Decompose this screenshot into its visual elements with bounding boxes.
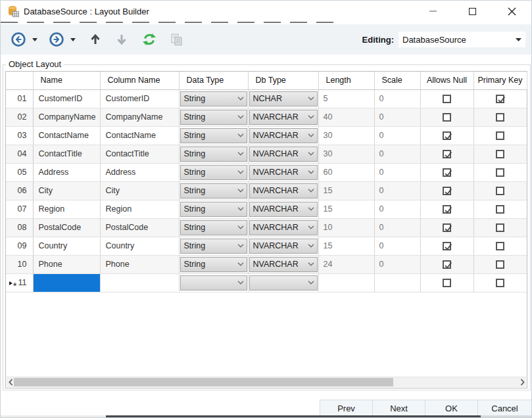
primary-key-checkbox[interactable] <box>496 223 504 232</box>
cell-name[interactable]: PostalCode <box>33 218 100 237</box>
cancel-button[interactable]: Cancel <box>477 400 532 417</box>
back-dropdown-button[interactable] <box>30 28 40 51</box>
back-button[interactable] <box>7 28 30 51</box>
primary-key-checkbox[interactable] <box>496 150 504 158</box>
forward-button[interactable] <box>45 28 68 51</box>
allows-null-checkbox-checked[interactable] <box>443 131 451 140</box>
db-type-dropdown[interactable]: NVARCHAR <box>249 202 318 217</box>
data-type-dropdown[interactable]: String <box>180 239 247 254</box>
column-header-db-type[interactable]: Db Type <box>248 72 318 89</box>
cell-column-name[interactable]: CompanyName <box>100 108 179 126</box>
scrollbar-thumb[interactable] <box>14 378 393 386</box>
allows-null-checkbox[interactable] <box>443 95 451 103</box>
row-header[interactable]: 02 <box>6 108 33 126</box>
cell-column-name[interactable]: ContactTitle <box>100 145 179 163</box>
cell-scale[interactable]: 0 <box>374 200 420 218</box>
prev-button[interactable]: Prev <box>320 400 373 417</box>
data-type-dropdown[interactable]: String <box>180 183 247 198</box>
primary-key-checkbox[interactable] <box>496 168 504 177</box>
row-header-corner[interactable] <box>6 72 33 89</box>
new-row-header[interactable]: *11 <box>6 273 33 292</box>
db-type-dropdown[interactable]: NVARCHAR <box>249 257 318 272</box>
cell-name[interactable]: City <box>33 181 100 200</box>
column-header-scale[interactable]: Scale <box>374 72 420 89</box>
cell-length[interactable]: 15 <box>318 181 374 200</box>
db-type-dropdown[interactable]: NVARCHAR <box>249 147 318 162</box>
primary-key-checkbox[interactable] <box>496 187 504 195</box>
row-header[interactable]: 01 <box>6 89 33 108</box>
primary-key-checkbox[interactable] <box>496 131 504 140</box>
allows-null-checkbox-checked[interactable] <box>443 150 451 158</box>
move-up-button[interactable] <box>86 28 105 51</box>
cell-name[interactable]: Phone <box>33 255 100 273</box>
forward-dropdown-button[interactable] <box>68 28 78 51</box>
cell-name[interactable]: Region <box>33 200 100 218</box>
cell-scale[interactable]: 0 <box>374 163 420 181</box>
column-header-column-name[interactable]: Column Name <box>100 72 179 89</box>
cell-name[interactable]: Country <box>33 237 100 255</box>
db-type-dropdown[interactable]: NVARCHAR <box>249 183 318 198</box>
cell-scale[interactable]: 0 <box>374 218 420 237</box>
cell-length[interactable]: 15 <box>318 237 374 255</box>
row-header[interactable]: 06 <box>6 181 33 200</box>
data-type-dropdown[interactable]: String <box>180 220 247 235</box>
cell-name[interactable]: CustomerID <box>33 89 100 108</box>
cell-name[interactable]: Address <box>33 163 100 181</box>
column-header-name[interactable]: Name <box>33 72 100 89</box>
data-type-dropdown[interactable]: String <box>180 165 247 180</box>
allows-null-checkbox[interactable] <box>443 113 451 122</box>
cell-scale[interactable]: 0 <box>374 126 420 145</box>
next-button[interactable]: Next <box>372 400 425 417</box>
paste-button[interactable] <box>166 28 187 51</box>
maximize-button[interactable] <box>452 1 492 22</box>
move-down-button[interactable] <box>112 28 131 51</box>
cell-length[interactable]: 30 <box>318 145 374 163</box>
row-header[interactable]: 10 <box>6 255 33 273</box>
db-type-dropdown[interactable]: NVARCHAR <box>249 128 318 143</box>
horizontal-scrollbar[interactable] <box>7 377 526 387</box>
row-header[interactable]: 08 <box>6 218 33 237</box>
data-type-dropdown[interactable]: String <box>180 91 247 106</box>
refresh-button[interactable] <box>139 28 160 51</box>
primary-key-checkbox[interactable] <box>496 205 504 214</box>
primary-key-checkbox[interactable] <box>496 242 504 250</box>
db-type-dropdown[interactable]: NVARCHAR <box>249 220 318 235</box>
cell-scale[interactable]: 0 <box>374 89 420 108</box>
primary-key-checkbox[interactable] <box>496 113 504 122</box>
row-header[interactable]: 05 <box>6 163 33 181</box>
column-header-allows-null[interactable]: Allows Null <box>420 72 473 89</box>
cell-length[interactable]: 5 <box>318 89 374 108</box>
cell-column-name[interactable]: Region <box>100 200 179 218</box>
cell-scale[interactable]: 0 <box>374 237 420 255</box>
data-type-dropdown[interactable]: String <box>180 128 247 143</box>
allows-null-checkbox-checked[interactable] <box>443 242 451 250</box>
allows-null-checkbox-checked[interactable] <box>443 223 451 232</box>
cell-name[interactable]: CompanyName <box>33 108 100 126</box>
cell-length[interactable]: 15 <box>318 200 374 218</box>
row-header[interactable]: 03 <box>6 126 33 145</box>
cell-length[interactable]: 40 <box>318 108 374 126</box>
cell-length[interactable]: 30 <box>318 126 374 145</box>
allows-null-checkbox-checked[interactable] <box>443 205 451 214</box>
cell-column-name[interactable]: City <box>100 181 179 200</box>
editing-combobox[interactable]: DatabaseSource <box>399 32 525 47</box>
cell-column-name[interactable]: Phone <box>100 255 179 273</box>
minimize-button[interactable] <box>413 1 452 22</box>
cell-column-name[interactable]: PostalCode <box>100 218 179 237</box>
cell-length[interactable] <box>318 273 374 292</box>
allows-null-checkbox-checked[interactable] <box>443 168 451 177</box>
data-type-dropdown[interactable]: String <box>180 257 247 272</box>
primary-key-checkbox[interactable] <box>496 260 504 269</box>
cell-name[interactable]: ContactName <box>33 126 100 145</box>
ok-button[interactable]: OK <box>425 400 478 417</box>
row-header[interactable]: 07 <box>6 200 33 218</box>
allows-null-checkbox-checked[interactable] <box>443 260 451 269</box>
db-type-dropdown[interactable]: NVARCHAR <box>249 165 318 180</box>
db-type-dropdown[interactable]: NVARCHAR <box>249 239 318 254</box>
primary-key-checkbox-checked[interactable] <box>496 95 504 103</box>
db-type-dropdown[interactable]: NVARCHAR <box>249 110 318 125</box>
db-type-dropdown[interactable] <box>249 275 318 290</box>
close-button[interactable] <box>492 1 531 22</box>
cell-length[interactable]: 24 <box>318 255 374 273</box>
cell-column-name[interactable]: CustomerID <box>100 89 179 108</box>
